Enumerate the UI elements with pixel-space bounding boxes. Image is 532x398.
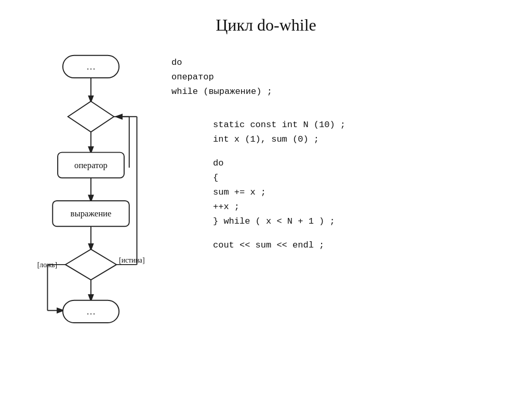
- svg-marker-3: [68, 101, 114, 132]
- svg-text:…: …: [86, 61, 96, 72]
- flowchart: … оператор выражение [истин: [31, 50, 151, 353]
- code-syntax: do оператор while (выражение) ; static c…: [171, 56, 532, 253]
- code-line7: } while ( x < N + 1 ) ;: [213, 214, 532, 229]
- content-area: … оператор выражение [истин: [0, 45, 532, 353]
- code-line8: cout << sum << endl ;: [213, 238, 532, 253]
- page-title: Цикл do-while: [0, 0, 532, 45]
- code-panel: do оператор while (выражение) ; static c…: [171, 50, 532, 253]
- code-line2: int x (1), sum (0) ;: [213, 132, 532, 147]
- flowchart-svg: … оператор выражение [истин: [31, 50, 151, 351]
- pseudo-while: while (выражение) ;: [171, 85, 532, 99]
- svg-text:…: …: [86, 306, 96, 317]
- svg-text:оператор: оператор: [74, 160, 108, 170]
- svg-text:выражение: выражение: [71, 209, 112, 218]
- code-line6: ++x ;: [213, 200, 532, 214]
- code-line4: {: [213, 171, 532, 185]
- pseudo-operator: оператор: [171, 70, 532, 85]
- svg-marker-13: [65, 249, 116, 280]
- pseudo-do: do: [171, 56, 532, 70]
- code-line3: do: [213, 156, 532, 171]
- code-line1: static const int N (10) ;: [213, 118, 532, 132]
- code-line5: sum += x ;: [213, 185, 532, 200]
- svg-text:[истина]: [истина]: [119, 256, 144, 264]
